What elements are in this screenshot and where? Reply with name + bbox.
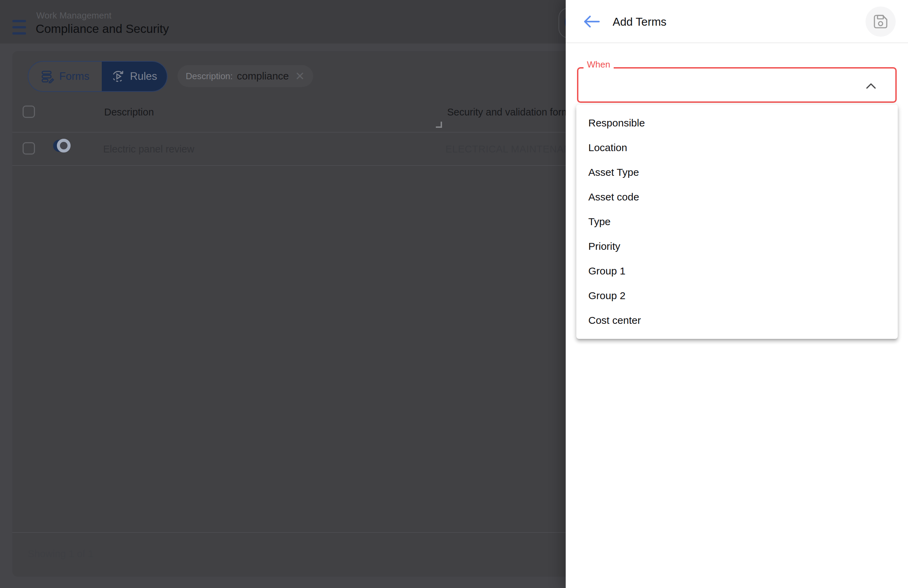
menu-option-location[interactable]: Location (576, 135, 898, 160)
when-options-menu: Responsible Location Asset Type Asset co… (576, 105, 898, 339)
save-button[interactable] (866, 6, 896, 37)
when-field-label: When (583, 59, 614, 70)
menu-option-group-1[interactable]: Group 1 (576, 259, 898, 284)
menu-option-group-2[interactable]: Group 2 (576, 284, 898, 308)
overlay-scrim[interactable] (0, 0, 566, 588)
menu-option-asset-type[interactable]: Asset Type (576, 160, 898, 185)
add-terms-panel: Add Terms When Responsible Location Asse… (566, 0, 908, 588)
menu-option-responsible[interactable]: Responsible (576, 111, 898, 135)
chevron-up-icon (866, 83, 876, 89)
back-button[interactable] (583, 14, 601, 29)
panel-title: Add Terms (613, 15, 667, 29)
menu-option-asset-code[interactable]: Asset code (576, 185, 898, 209)
menu-option-priority[interactable]: Priority (576, 234, 898, 259)
back-arrow-icon (583, 14, 601, 29)
save-icon (873, 14, 888, 29)
menu-option-type[interactable]: Type (576, 209, 898, 234)
menu-option-cost-center[interactable]: Cost center (576, 308, 898, 333)
divider (566, 42, 908, 43)
when-select-field[interactable] (577, 67, 897, 103)
